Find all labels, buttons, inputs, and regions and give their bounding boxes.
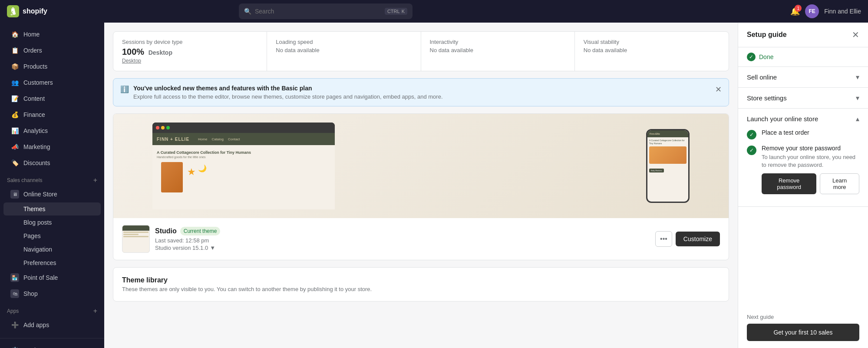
done-row: ✓ Done (738, 47, 868, 67)
mobile-body: A Curated Cottagecore Collection for Tin… (647, 137, 688, 174)
stat-sessions-sub[interactable]: Desktop (122, 58, 258, 64)
sell-online-title: Sell online (747, 73, 777, 81)
shop-icon: 🛍 (10, 289, 19, 298)
mockup-headline: A Curated Cottagecore Collection for Tin… (157, 150, 330, 155)
customers-icon: 👥 (10, 78, 19, 87)
remove-password-button[interactable]: Remove password (762, 173, 816, 194)
search-shortcut: CTRL K (385, 8, 407, 15)
store-settings-chevron: ▾ (856, 94, 859, 102)
theme-actions: ••• Customize (655, 231, 720, 247)
stat-sessions: Sessions by device type 100% Desktop Des… (113, 32, 267, 71)
sidebar-item-label: Home (23, 31, 40, 38)
pos-icon: 🏪 (10, 273, 19, 282)
sidebar-item-customers[interactable]: 👥 Customers (3, 75, 101, 90)
launch-store-header[interactable]: Launch your online store ▴ (738, 109, 868, 129)
learn-more-button[interactable]: Learn more (820, 173, 859, 194)
search-input[interactable] (255, 8, 381, 15)
sidebar-item-discounts[interactable]: 🏷️ Discounts (3, 155, 101, 171)
theme-name: Studio (155, 227, 177, 235)
discounts-icon: 🏷️ (10, 159, 19, 167)
pages-label: Pages (23, 232, 41, 239)
panel-title: Setup guide (747, 31, 787, 39)
sidebar-item-analytics[interactable]: 📊 Analytics (3, 123, 101, 139)
sidebar-item-products[interactable]: 📦 Products (3, 59, 101, 74)
products-icon: 📦 (10, 62, 19, 71)
store-settings-title: Store settings (747, 94, 787, 102)
panel-section-sell-online: Sell online ▾ (738, 67, 868, 88)
sidebar-item-pages[interactable]: Pages (3, 229, 101, 242)
stat-interactivity: Interactivity No data available (421, 32, 575, 71)
desktop-mockup: FINN + ELLIE Home Catalog Contact A Cura… (152, 123, 335, 209)
sidebar-item-marketing[interactable]: 📣 Marketing (3, 139, 101, 155)
thumb-line-short (123, 234, 139, 235)
panel-section-launch-store: Launch your online store ▴ ✓ Place a tes… (738, 109, 868, 207)
done-check-icon: ✓ (747, 53, 756, 61)
store-settings-header[interactable]: Store settings ▾ (738, 88, 868, 108)
apps-expand[interactable]: + (93, 307, 97, 315)
sidebar-item-settings[interactable]: ⚙️ Settings (3, 342, 101, 348)
launch-store-title: Launch your online store (747, 115, 818, 123)
store-name: Finn and Ellie (824, 8, 861, 15)
sidebar-item-preferences[interactable]: Preferences (3, 256, 101, 269)
sidebar-item-themes[interactable]: Themes (3, 202, 101, 215)
step-remove-password: ✓ Remove your store password To launch y… (747, 145, 859, 194)
sidebar-item-shop[interactable]: 🛍 Shop (3, 286, 101, 302)
remove-password-desc: To launch your online store, you need to… (762, 153, 859, 169)
sidebar-item-home[interactable]: 🏠 Home (3, 27, 101, 42)
panel-spacer (738, 207, 868, 307)
settings-icon: ⚙️ (10, 346, 19, 348)
sidebar-item-finance[interactable]: 💰 Finance (3, 107, 101, 123)
stat-visual-value: No data available (584, 47, 720, 53)
mobile-logo: Finn+Ellie (650, 133, 660, 135)
stats-row: Sessions by device type 100% Desktop Des… (113, 31, 729, 71)
customize-button[interactable]: Customize (676, 232, 720, 246)
step-test-order: ✓ Place a test order (747, 129, 859, 139)
stat-loading: Loading speed No data available (267, 32, 421, 71)
mobile-badge: Baby Blankets (649, 169, 664, 172)
get-sales-button[interactable]: Get your first 10 sales (747, 324, 859, 341)
sidebar-item-label: Products (23, 63, 47, 70)
sidebar-item-content[interactable]: 📝 Content (3, 91, 101, 106)
sales-channels-expand[interactable]: + (93, 176, 97, 184)
mockup-accent-block (161, 162, 183, 192)
sidebar-item-online-store[interactable]: 🖥 Online Store (3, 186, 101, 202)
panel-section-store-settings: Store settings ▾ (738, 88, 868, 109)
sidebar-item-navigation[interactable]: Navigation (3, 243, 101, 256)
info-banner: ℹ️ You've unlocked new themes and featur… (113, 78, 729, 106)
sidebar-item-blog-posts[interactable]: Blog posts (3, 216, 101, 229)
search-bar[interactable]: 🔍 CTRL K (239, 3, 413, 19)
add-apps-label: Add apps (23, 321, 49, 328)
thumb-body (122, 231, 149, 252)
sell-online-header[interactable]: Sell online ▾ (738, 67, 868, 87)
panel-close-button[interactable]: ✕ (852, 30, 859, 40)
notification-badge: 1 (795, 5, 802, 12)
sidebar-item-point-of-sale[interactable]: 🏪 Point of Sale (3, 270, 101, 285)
theme-version[interactable]: Studio version 15.1.0 ▼ (155, 245, 650, 251)
navigation-label: Navigation (23, 246, 52, 253)
theme-more-button[interactable]: ••• (655, 231, 672, 247)
remove-password-check: ✓ (747, 146, 756, 155)
sidebar-item-label: Online Store (23, 191, 57, 198)
maximize-dot (166, 126, 170, 129)
theme-details: Studio Current theme Last saved: 12:58 p… (155, 227, 650, 251)
add-apps-icon: ➕ (10, 321, 19, 329)
sidebar-item-orders[interactable]: 📋 Orders (3, 43, 101, 58)
mobile-header: Finn+Ellie (647, 130, 688, 137)
notification-button[interactable]: 🔔 1 (790, 7, 800, 16)
close-dot (156, 126, 159, 129)
mockup-nav: Home Catalog Contact (198, 137, 240, 141)
mobile-text: A Curated Cottagecore Collection for Tin… (649, 139, 686, 145)
banner-text: You've unlocked new themes and features … (133, 85, 711, 100)
finance-icon: 💰 (10, 110, 19, 119)
mobile-mockup: Finn+Ellie A Curated Cottagecore Collect… (646, 129, 690, 203)
apps-label: Apps + (0, 302, 104, 317)
content-icon: 📝 (10, 94, 19, 103)
remove-password-content: Remove your store password To launch you… (762, 145, 859, 194)
mockup-titlebar (152, 123, 335, 133)
mockup-body: A Curated Cottagecore Collection for Tin… (152, 145, 335, 200)
stat-sessions-value: 100% Desktop (122, 47, 258, 57)
banner-close-button[interactable]: ✕ (715, 85, 722, 94)
sidebar-item-add-apps[interactable]: ➕ Add apps (3, 317, 101, 333)
mockup-moon: 🌙 (198, 164, 207, 172)
panel-header: Setup guide ✕ (738, 23, 868, 47)
